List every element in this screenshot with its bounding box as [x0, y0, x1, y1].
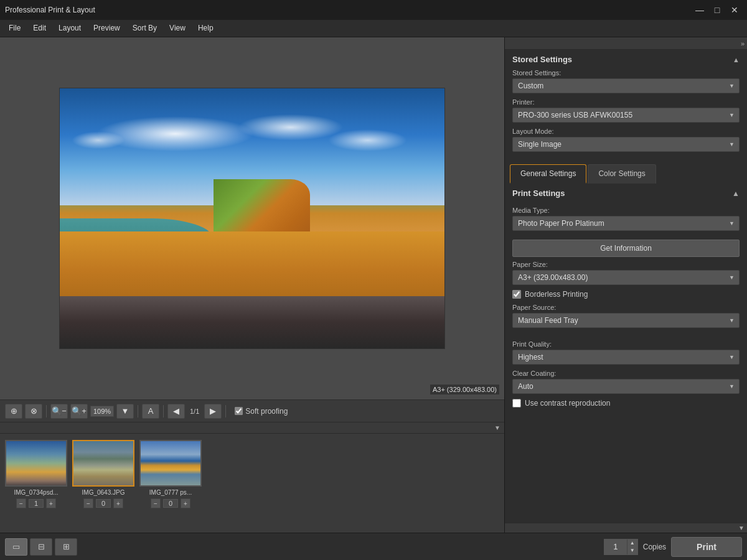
media-type-select[interactable]: Photo Paper Pro Platinum: [512, 216, 740, 231]
print-settings-header: Print Settings ▲: [512, 189, 740, 200]
filmstrip-item[interactable]: IMG_0643.JPG − 0 +: [72, 440, 134, 508]
print-quality-field: Print Quality: Highest: [512, 340, 740, 365]
prev-button[interactable]: ◀: [167, 404, 185, 419]
thumb-img-2: [73, 441, 133, 485]
copies-up-button[interactable]: ▲: [627, 539, 637, 547]
close-button[interactable]: ✕: [727, 4, 742, 16]
zoom-in-button[interactable]: 🔍+: [70, 404, 88, 419]
use-contrast-label[interactable]: Use contrast reproduction: [525, 399, 610, 408]
tabs: General Settings Color Settings: [505, 164, 747, 184]
app-title: Professional Print & Layout: [5, 6, 95, 14]
film-thumb-1[interactable]: [5, 440, 67, 487]
canvas-area: A3+ (329.00x483.00): [0, 37, 504, 399]
filmstrip-item[interactable]: IMG_0777 ps... − 0 +: [139, 440, 202, 508]
borderless-printing-row: Borderless Printing: [512, 290, 740, 299]
stored-settings-select[interactable]: Custom: [512, 78, 740, 93]
menu-preview[interactable]: Preview: [87, 21, 126, 36]
film-plus-3[interactable]: +: [181, 498, 190, 508]
view-grid-button[interactable]: ⊞: [55, 538, 77, 556]
film-minus-3[interactable]: −: [151, 498, 161, 508]
main-image: [59, 88, 445, 349]
titlebar: Professional Print & Layout — □ ✕: [0, 0, 747, 20]
maximize-button[interactable]: □: [710, 4, 725, 16]
right-panel: » Stored Settings ▲ Stored Settings: Cus…: [504, 37, 747, 533]
zoom-display: 109%: [90, 406, 114, 417]
text-button[interactable]: A: [142, 404, 159, 419]
print-settings-collapse-icon[interactable]: ▲: [732, 189, 740, 198]
print-quality-select[interactable]: Highest: [512, 350, 740, 365]
film-count-3: 0: [163, 499, 178, 508]
menu-sort-by[interactable]: Sort By: [126, 21, 163, 36]
menu-edit[interactable]: Edit: [27, 21, 52, 36]
chevron-down-icon: ▼: [494, 424, 500, 431]
bottom-bar: ▭ ⊟ ⊞ ▲ ▼ Copies Print: [0, 533, 747, 560]
menu-help[interactable]: Help: [192, 21, 220, 36]
paper-source-field: Paper Source: Manual Feed Tray: [512, 304, 740, 328]
get-information-button[interactable]: Get Information: [512, 240, 740, 257]
print-quality-label: Print Quality:: [512, 340, 740, 348]
settings-scroll[interactable]: Print Settings ▲ Media Type: Photo Paper…: [505, 184, 747, 523]
filmstrip: IMG_0734psd... − 1 + IMG_0643.JPG − 0 +: [0, 433, 504, 533]
copies-down-button[interactable]: ▼: [627, 547, 637, 554]
film-thumb-2[interactable]: [72, 440, 134, 487]
printer-select[interactable]: PRO-300 series USB AFWK00155: [512, 108, 740, 123]
copies-label: Copies: [643, 543, 666, 551]
left-panel: A3+ (329.00x483.00) ⊕ ⊗ 🔍− 🔍+ 109% ▼ A ◀…: [0, 37, 504, 533]
stored-settings-header: Stored Settings ▲: [512, 55, 740, 64]
spacer: [512, 333, 740, 340]
copies-area: ▲ ▼ Copies Print: [604, 537, 742, 557]
film-minus-1[interactable]: −: [16, 498, 26, 508]
filmstrip-item[interactable]: IMG_0734psd... − 1 +: [5, 440, 67, 508]
print-quality-select-wrap: Highest: [512, 350, 740, 365]
nav-label: 1/1: [187, 408, 202, 415]
soft-proofing-checkbox[interactable]: [235, 407, 243, 415]
menubar: File Edit Layout Preview Sort By View He…: [0, 20, 747, 37]
film-thumb-3[interactable]: [139, 440, 202, 487]
film-plus-2[interactable]: +: [113, 498, 123, 508]
film-minus-2[interactable]: −: [83, 498, 93, 508]
right-panel-scroll-bottom: ▼: [505, 523, 747, 533]
soft-proofing-label: Soft proofing: [245, 407, 288, 416]
paper-source-select[interactable]: Manual Feed Tray: [512, 313, 740, 328]
stored-settings-collapse[interactable]: ▲: [733, 56, 740, 63]
tab-general-label: General Settings: [520, 169, 576, 178]
minimize-button[interactable]: —: [692, 4, 707, 16]
layout-mode-select[interactable]: Single Image: [512, 137, 740, 152]
tab-general-settings[interactable]: General Settings: [510, 164, 586, 184]
paper-size-field: Paper Size: A3+ (329.00x483.00): [512, 261, 740, 285]
zoom-dropdown-button[interactable]: ▼: [116, 404, 134, 419]
copies-input[interactable]: [604, 539, 627, 554]
scroll-down-icon[interactable]: ▼: [738, 525, 745, 531]
borderless-label[interactable]: Borderless Printing: [525, 290, 588, 299]
film-counter-2: − 0 +: [83, 498, 123, 508]
film-label-3: IMG_0777 ps...: [149, 489, 192, 496]
copies-input-wrap: ▲ ▼: [604, 539, 638, 555]
menu-view[interactable]: View: [163, 21, 192, 36]
clear-coating-select-wrap: Auto: [512, 379, 740, 394]
film-plus-1[interactable]: +: [46, 498, 56, 508]
stored-settings-field: Stored Settings: Custom: [512, 69, 740, 93]
use-contrast-checkbox[interactable]: [512, 399, 521, 408]
panel-collapse-arrow[interactable]: »: [741, 40, 745, 47]
next-button[interactable]: ▶: [204, 404, 222, 419]
zoom-out-button[interactable]: 🔍−: [50, 404, 68, 419]
tab-color-settings[interactable]: Color Settings: [588, 164, 655, 184]
print-button[interactable]: Print: [671, 537, 742, 557]
menu-file[interactable]: File: [2, 21, 27, 36]
separator-4: [225, 405, 226, 418]
add-image-button[interactable]: ⊕: [5, 404, 22, 419]
view-single-button[interactable]: ▭: [5, 538, 27, 556]
separator-2: [138, 405, 138, 418]
main: A3+ (329.00x483.00) ⊕ ⊗ 🔍− 🔍+ 109% ▼ A ◀…: [0, 37, 747, 533]
printer-select-wrap: PRO-300 series USB AFWK00155: [512, 108, 740, 123]
media-type-field: Media Type: Photo Paper Pro Platinum: [512, 207, 740, 231]
remove-image-button[interactable]: ⊗: [25, 404, 42, 419]
filmstrip-toggle-button[interactable]: ▼: [0, 422, 504, 433]
paper-size-select[interactable]: A3+ (329.00x483.00): [512, 270, 740, 285]
view-split-button[interactable]: ⊟: [30, 538, 52, 556]
menu-layout[interactable]: Layout: [52, 21, 87, 36]
borderless-checkbox[interactable]: [512, 290, 521, 299]
soft-proofing-toggle[interactable]: Soft proofing: [235, 407, 288, 416]
clear-coating-label: Clear Coating:: [512, 370, 740, 377]
clear-coating-select[interactable]: Auto: [512, 379, 740, 394]
